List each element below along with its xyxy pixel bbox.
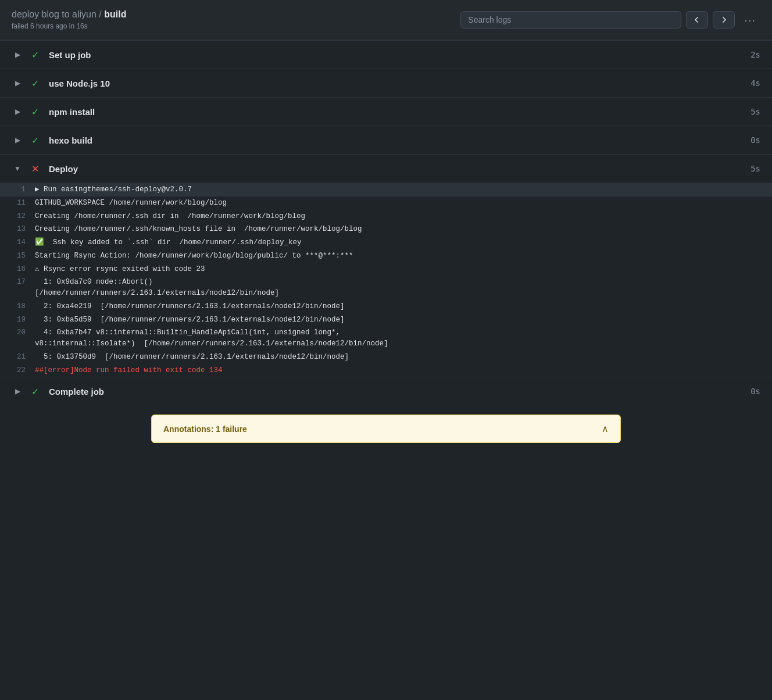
log-line-number-12: 12 <box>0 211 35 222</box>
log-line-content-1: ▶ Run easingthemes/ssh-deploy@v2.0.7 <box>35 184 772 195</box>
log-line-content-17: 1: 0x9da7c0 node::Abort() [/home/runner/… <box>35 277 772 299</box>
log-line-content-20: 4: 0xba7b47 v8::internal::Builtin_Handle… <box>35 327 772 349</box>
breadcrumb-prefix: deploy blog to aliyun / <box>12 9 104 19</box>
chevron-down-deploy: ▼ <box>12 163 23 174</box>
job-duration-nodejs: 4s <box>750 78 760 88</box>
status-icon-setup: ✓ <box>28 48 42 62</box>
job-row-hexo[interactable]: ▶ ✓ hexo build 0s <box>0 126 772 155</box>
job-label-hexo: hexo build <box>49 135 750 145</box>
job-row-npm[interactable]: ▶ ✓ npm install 5s <box>0 98 772 126</box>
job-label-setup: Set up job <box>49 50 750 60</box>
log-line-19: 19 3: 0xba5d59 [/home/runner/runners/2.1… <box>0 313 772 327</box>
log-line-number-15: 15 <box>0 251 35 262</box>
log-line-number-14: 14 <box>0 237 35 248</box>
chevron-right-npm: ▶ <box>12 106 23 117</box>
status-icon-hexo: ✓ <box>28 133 42 147</box>
log-line-16: 16⚠ Rsync error rsync exited with code 2… <box>0 263 772 276</box>
log-line-number-18: 18 <box>0 301 35 312</box>
log-line-content-22: ##[error]Node run failed with exit code … <box>35 365 772 376</box>
header-controls: ··· <box>460 11 760 29</box>
job-duration-hexo: 0s <box>750 135 760 145</box>
job-duration-setup: 2s <box>750 50 760 59</box>
log-line-content-16: ⚠ Rsync error rsync exited with code 23 <box>35 264 772 275</box>
job-label-deploy: Deploy <box>49 164 750 174</box>
chevron-right-icon <box>719 15 728 24</box>
log-line-21: 21 5: 0x13750d9 [/home/runner/runners/2.… <box>0 351 772 364</box>
job-label-complete: Complete job <box>49 387 750 397</box>
log-line-content-15: Starting Rsync Action: /home/runner/work… <box>35 251 772 262</box>
search-input[interactable] <box>460 11 681 28</box>
status-icon-nodejs: ✓ <box>28 76 42 90</box>
log-line-15: 15Starting Rsync Action: /home/runner/wo… <box>0 249 772 263</box>
chevron-right-complete: ▶ <box>12 385 23 397</box>
log-line-number-21: 21 <box>0 352 35 363</box>
job-row-nodejs[interactable]: ▶ ✓ use Node.js 10 4s <box>0 69 772 98</box>
log-line-20: 20 4: 0xba7b47 v8::internal::Builtin_Han… <box>0 326 772 351</box>
job-list: ▶ ✓ Set up job 2s ▶ ✓ use Node.js 10 4s … <box>0 41 772 377</box>
job-duration-deploy: 5s <box>750 164 760 173</box>
log-line-number-16: 16 <box>0 264 35 275</box>
log-line-13: 13Creating /home/runner/.ssh/known_hosts… <box>0 223 772 236</box>
log-line-content-13: Creating /home/runner/.ssh/known_hosts f… <box>35 224 772 235</box>
page-header: deploy blog to aliyun / build failed 6 h… <box>0 0 772 40</box>
status-icon-deploy: ✕ <box>28 162 42 176</box>
log-line-number-22: 22 <box>0 365 35 376</box>
job-row-deploy[interactable]: ▼ ✕ Deploy 5s <box>0 155 772 183</box>
log-line-number-11: 11 <box>0 198 35 209</box>
annotations-chevron-icon: ∧ <box>602 423 609 434</box>
chevron-right-setup: ▶ <box>12 49 23 60</box>
prev-button[interactable] <box>686 11 708 28</box>
annotations-panel: Annotations: 1 failure ∧ <box>151 415 621 443</box>
log-line-content-14: ✅ Ssh key added to `.ssh` dir /home/runn… <box>35 237 772 248</box>
log-line-content-11: GITHUB_WORKSPACE /home/runner/work/blog/… <box>35 198 772 209</box>
log-line-18: 18 2: 0xa4e219 [/home/runner/runners/2.1… <box>0 300 772 313</box>
log-line-11: 11GITHUB_WORKSPACE /home/runner/work/blo… <box>0 197 772 210</box>
more-options-button[interactable]: ··· <box>739 11 760 29</box>
log-line-1: 1▶ Run easingthemes/ssh-deploy@v2.0.7 <box>0 183 772 197</box>
job-status-subtitle: failed 6 hours ago in 16s <box>12 22 126 30</box>
log-line-number-19: 19 <box>0 315 35 326</box>
log-output: 1▶ Run easingthemes/ssh-deploy@v2.0.711G… <box>0 183 772 377</box>
log-line-content-19: 3: 0xba5d59 [/home/runner/runners/2.163.… <box>35 315 772 326</box>
header-left: deploy blog to aliyun / build failed 6 h… <box>12 9 126 30</box>
annotations-header[interactable]: Annotations: 1 failure ∧ <box>152 415 620 442</box>
log-line-17: 17 1: 0x9da7c0 node::Abort() [/home/runn… <box>0 276 772 300</box>
chevron-right-nodejs: ▶ <box>12 77 23 89</box>
job-name-title: build <box>104 9 126 19</box>
job-duration-complete: 0s <box>750 387 760 396</box>
log-line-content-12: Creating /home/runner/.ssh dir in /home/… <box>35 211 772 222</box>
log-line-14: 14✅ Ssh key added to `.ssh` dir /home/ru… <box>0 236 772 249</box>
log-line-number-1: 1 <box>0 184 35 195</box>
job-label-nodejs: use Node.js 10 <box>49 78 750 88</box>
log-line-22: 22##[error]Node run failed with exit cod… <box>0 364 772 377</box>
job-row-setup[interactable]: ▶ ✓ Set up job 2s <box>0 41 772 69</box>
log-line-12: 12Creating /home/runner/.ssh dir in /hom… <box>0 210 772 223</box>
page-title: deploy blog to aliyun / build <box>12 9 126 20</box>
job-row-complete[interactable]: ▶ ✓ Complete job 0s <box>0 377 772 405</box>
status-icon-complete: ✓ <box>28 384 42 398</box>
status-icon-npm: ✓ <box>28 105 42 119</box>
log-line-content-18: 2: 0xa4e219 [/home/runner/runners/2.163.… <box>35 301 772 312</box>
job-duration-npm: 5s <box>750 107 760 116</box>
chevron-right-hexo: ▶ <box>12 134 23 146</box>
log-line-content-21: 5: 0x13750d9 [/home/runner/runners/2.163… <box>35 352 772 363</box>
log-line-number-17: 17 <box>0 277 35 288</box>
chevron-left-icon <box>692 15 702 24</box>
log-line-number-20: 20 <box>0 327 35 338</box>
annotations-title: Annotations: 1 failure <box>163 424 247 434</box>
next-button[interactable] <box>713 11 735 28</box>
log-line-number-13: 13 <box>0 224 35 235</box>
job-label-npm: npm install <box>49 107 750 117</box>
